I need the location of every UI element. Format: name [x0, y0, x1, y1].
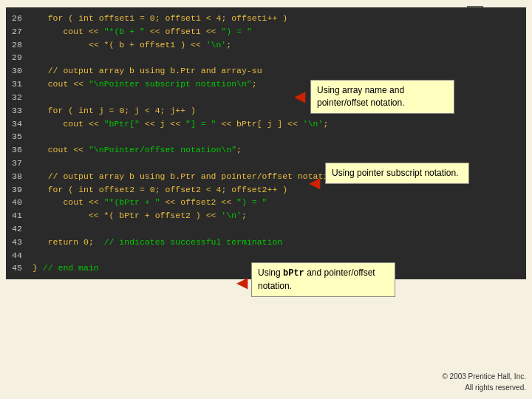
code-text-45: } // end main: [33, 262, 99, 275]
code-text-40: cout << "*(bPtr + " << offset2 << ") = ": [33, 196, 267, 209]
tooltip-array-name: Using array name and pointer/offset nota…: [310, 80, 454, 114]
line-num-45: 45: [12, 262, 33, 275]
code-text-26: for ( int offset1 = 0; offset1 < 4; offs…: [33, 12, 287, 25]
line-num-39: 39: [12, 183, 33, 197]
tooltip-pointer-subscript-text: Using pointer subscript notation.: [332, 168, 458, 178]
code-text-33: for ( int j = 0; j < 4; j++ ): [33, 104, 196, 117]
code-text-38: // output array b using b.Ptr and pointe…: [33, 170, 338, 183]
code-line-42: 42: [12, 222, 520, 236]
tooltip-bptr: Using bPtr and pointer/offset notation.: [251, 262, 395, 297]
tooltip-pointer-subscript: Using pointer subscript notation.: [325, 163, 469, 184]
line-num-36: 36: [12, 143, 33, 157]
tooltip-array-name-text: Using array name and pointer/offset nota…: [317, 85, 405, 108]
line-num-43: 43: [12, 236, 33, 249]
code-block: 26 for ( int offset1 = 0; offset1 < 4; o…: [6, 7, 526, 279]
line-num-33: 33: [12, 104, 33, 117]
arrow-to-line30: ◀: [294, 87, 305, 105]
code-text-43: return 0; // indicates successful termin…: [33, 236, 282, 249]
code-text-29: [33, 51, 38, 64]
tooltip-bptr-bold: bPtr: [283, 268, 304, 279]
copyright-line1: © 2003 Prentice Hall, Inc.: [442, 371, 526, 382]
line-num-37: 37: [12, 157, 33, 170]
line-num-44: 44: [12, 249, 33, 262]
code-text-37: [33, 157, 38, 170]
arrow-to-line43: ◀: [236, 273, 248, 291]
code-text-42: [33, 222, 38, 236]
line-num-26: 26: [12, 12, 33, 25]
code-line-41: 41 << *( bPtr + offset2 ) << '\n';: [12, 209, 520, 222]
code-line-26: 26 for ( int offset1 = 0; offset1 < 4; o…: [12, 12, 520, 25]
code-line-30: 30 // output array b using b.Ptr and arr…: [12, 64, 520, 78]
line-num-38: 38: [12, 170, 33, 183]
line-num-27: 27: [12, 25, 33, 38]
line-num-40: 40: [12, 196, 33, 209]
code-line-35: 35: [12, 130, 520, 143]
code-text-30: // output array b using b.Ptr and array-…: [33, 64, 262, 78]
code-text-36: cout << "\nPointer/offset notation\n";: [33, 143, 242, 157]
code-text-44: [33, 249, 38, 262]
code-text-27: cout << "*(b + " << offset1 << ") = ": [33, 25, 252, 38]
code-text-39: for ( int offset2 = 0; offset2 < 4; offs…: [33, 183, 287, 197]
code-text-28: << *( b + offset1 ) << '\n';: [33, 38, 231, 52]
footer: © 2003 Prentice Hall, Inc. All rights re…: [442, 371, 526, 393]
line-num-30: 30: [12, 64, 33, 78]
line-num-31: 31: [12, 78, 33, 91]
code-line-27: 27 cout << "*(b + " << offset1 << ") = ": [12, 25, 520, 38]
code-text-34: cout << "bPtr[" << j << "] = " << bPtr[ …: [33, 117, 328, 131]
code-text-31: cout << "\nPointer subscript notation\n"…: [33, 78, 257, 91]
code-text-32: [33, 91, 38, 104]
line-num-29: 29: [12, 51, 33, 64]
line-num-41: 41: [12, 209, 33, 222]
line-num-35: 35: [12, 130, 33, 143]
code-text-35: [33, 130, 38, 143]
line-num-32: 32: [12, 91, 33, 104]
code-line-36: 36 cout << "\nPointer/offset notation\n"…: [12, 143, 520, 157]
code-line-40: 40 cout << "*(bPtr + " << offset2 << ") …: [12, 196, 520, 209]
code-line-43: 43 return 0; // indicates successful ter…: [12, 236, 520, 249]
code-line-39: 39 for ( int offset2 = 0; offset2 < 4; o…: [12, 183, 520, 197]
line-num-34: 34: [12, 117, 33, 131]
copyright-line2: All rights reserved.: [442, 382, 526, 393]
arrow-to-line36: ◀: [309, 174, 320, 191]
line-num-28: 28: [12, 38, 33, 52]
main-container: ▲ ▼ Outline fig05_20.cpp (2 of 2) 26 for…: [0, 0, 532, 399]
code-line-28: 28 << *( b + offset1 ) << '\n';: [12, 38, 520, 52]
code-line-44: 44: [12, 249, 520, 262]
line-num-42: 42: [12, 222, 33, 236]
code-line-29: 29: [12, 51, 520, 64]
tooltip-bptr-text1: Using: [258, 267, 283, 278]
code-line-34: 34 cout << "bPtr[" << j << "] = " << bPt…: [12, 117, 520, 131]
code-text-41: << *( bPtr + offset2 ) << '\n';: [33, 209, 247, 222]
